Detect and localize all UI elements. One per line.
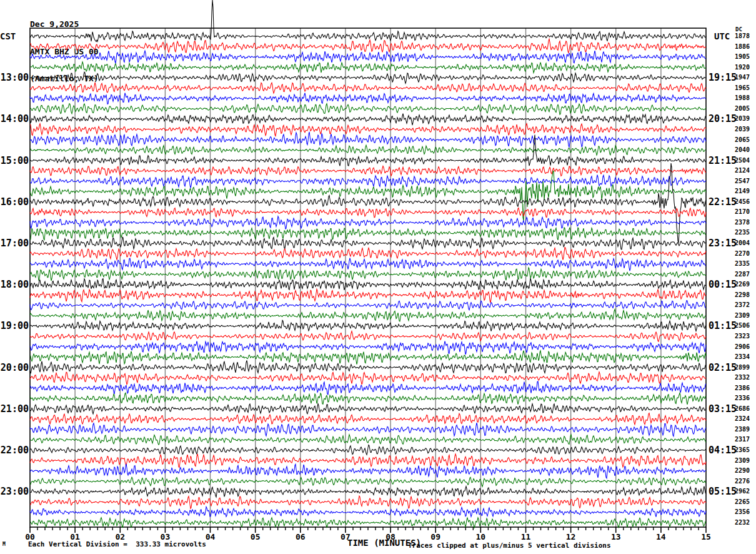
dc-value-row-18:15: 2298 <box>735 291 750 298</box>
minute-tick-label-13: 13 <box>606 532 626 541</box>
seismogram-trace-row-17:00 <box>30 237 706 249</box>
dc-value-row-22:00: 2365 <box>735 446 750 453</box>
seismogram-trace-row-20:15 <box>30 372 706 385</box>
dc-value-row-23:00: 2962 <box>735 488 750 495</box>
cst-hour-label-15:00: 15:00 <box>0 156 29 166</box>
seismogram-trace-row-20:30 <box>30 381 706 395</box>
dc-value-row-14:30: 2065 <box>735 136 750 143</box>
utc-hour-label-02:15: 02:15 <box>709 363 737 373</box>
seismogram-trace-row-20:00 <box>30 360 706 373</box>
seismogram-trace-row-17:15 <box>30 248 706 260</box>
dc-value-row-15:00: 2504 <box>735 157 750 164</box>
plot-border <box>30 28 706 527</box>
seismogram-trace-row-15:15 <box>30 166 706 176</box>
dc-value-row-15:15: 2124 <box>735 167 750 174</box>
seismogram-trace-row-18:45 <box>30 310 706 321</box>
dc-value-row-17:45: 2287 <box>735 271 750 278</box>
seismogram-trace-row-13:30 <box>30 93 706 104</box>
seismogram-trace-row-22:30 <box>30 464 706 478</box>
dc-value-row-21:30: 2389 <box>735 426 750 433</box>
dc-value-row-17:00: 2004 <box>735 239 750 246</box>
seismogram-trace-row-21:00 <box>30 404 706 414</box>
dc-value-row-16:00: 2456 <box>735 198 750 205</box>
dc-value-row-15:45: 2149 <box>735 188 750 194</box>
seismogram-trace-row-15:45 <box>30 171 706 221</box>
minute-tick-label-05: 05 <box>246 532 266 541</box>
dc-value-row-15:30: 2547 <box>735 178 750 184</box>
utc-hour-label-04:15: 04:15 <box>709 445 737 455</box>
seismogram-trace-row-14:00 <box>30 114 706 126</box>
utc-hour-label-01:15: 01:15 <box>709 321 737 331</box>
seismogram-trace-row-16:30 <box>30 216 706 229</box>
seismogram-trace-row-12:45 <box>30 62 706 73</box>
seismogram-trace-row-16:45 <box>30 228 706 240</box>
seismogram-trace-row-16:00 <box>30 163 706 243</box>
dc-value-row-23:30: 2356 <box>735 508 750 515</box>
dc-value-row-18:45: 2309 <box>735 312 750 319</box>
utc-hour-label-22:15: 22:15 <box>709 197 737 207</box>
utc-hour-label-03:15: 03:15 <box>709 404 737 414</box>
minute-tick-label-11: 11 <box>515 532 535 541</box>
dc-value-row-13:00: 1947 <box>735 74 750 81</box>
clip-note: Traces clipped at plus/minus 5 vertical … <box>408 541 611 550</box>
dc-value-row-12:30: 1905 <box>735 53 750 60</box>
seismogram-trace-row-21:45 <box>30 435 706 445</box>
dc-value-row-16:30: 2378 <box>735 219 750 226</box>
dc-value-row-19:00: 2506 <box>735 322 750 329</box>
dc-value-row-12:45: 1920 <box>735 64 750 71</box>
minute-tick-label-12: 12 <box>561 532 581 541</box>
dc-value-row-20:00: 2899 <box>735 364 750 371</box>
cst-hour-label-13:00: 13:00 <box>0 73 29 83</box>
dc-value-row-21:15: 2324 <box>735 415 750 422</box>
seismogram-trace-row-12:00 <box>30 0 706 42</box>
dc-value-row-18:00: 2269 <box>735 281 750 288</box>
minute-tick-label-09: 09 <box>425 532 445 541</box>
dc-value-row-13:30: 1988 <box>735 94 750 101</box>
seismogram-trace-row-19:15 <box>30 331 706 342</box>
helicorder-page: Dec 9,2025 AMTX BHZ US 00 (Amarillo, TX)… <box>0 0 756 554</box>
utc-hour-label-00:15: 00:15 <box>709 280 737 290</box>
dc-value-row-19:15: 2323 <box>735 333 750 340</box>
cst-hour-label-14:00: 14:00 <box>0 114 29 124</box>
cst-hour-label-18:00: 18:00 <box>0 280 29 290</box>
dc-value-row-16:15: 2170 <box>735 208 750 215</box>
seismogram-trace-row-22:45 <box>30 477 706 486</box>
seismogram-plot <box>0 0 756 554</box>
dc-value-row-14:15: 2039 <box>735 126 750 133</box>
dc-value-row-21:00: 2686 <box>735 405 750 412</box>
scale-note: Each Vertical Division = 333.33 microvol… <box>28 540 206 548</box>
utc-hour-label-23:15: 23:15 <box>709 238 737 248</box>
minute-tick-label-06: 06 <box>291 532 311 541</box>
dc-value-row-22:45: 2276 <box>735 478 750 485</box>
cst-hour-label-16:00: 16:00 <box>0 197 29 207</box>
cst-hour-label-22:00: 22:00 <box>0 445 29 455</box>
dc-value-row-13:45: 2005 <box>735 105 750 112</box>
cst-hour-label-19:00: 19:00 <box>0 321 29 331</box>
seismogram-trace-row-14:30 <box>30 132 706 147</box>
seismogram-trace-row-19:45 <box>30 351 706 365</box>
seismogram-trace-row-23:15 <box>30 496 706 508</box>
cst-hour-label-20:00: 20:00 <box>0 363 29 373</box>
seismogram-trace-row-22:00 <box>30 445 706 455</box>
utc-hour-label-19:15: 19:15 <box>709 73 737 83</box>
seismogram-trace-row-22:15 <box>30 454 706 468</box>
seismogram-trace-row-23:30 <box>30 506 706 516</box>
seismogram-trace-row-21:30 <box>30 423 706 436</box>
dc-value-row-14:45: 2040 <box>735 146 750 153</box>
seismogram-trace-row-17:30 <box>30 258 706 271</box>
minute-tick-label-15: 15 <box>696 532 716 541</box>
dc-value-row-17:15: 2270 <box>735 250 750 257</box>
seismogram-trace-row-13:45 <box>30 104 706 114</box>
dc-value-row-12:15: 1886 <box>735 43 750 50</box>
seismogram-trace-row-18:15 <box>30 289 706 303</box>
utc-hour-label-05:15: 05:15 <box>709 486 737 496</box>
seismogram-trace-row-23:00 <box>30 486 706 497</box>
seismogram-trace-row-20:45 <box>30 393 706 405</box>
seismogram-trace-row-19:00 <box>30 320 706 331</box>
seismogram-trace-row-13:00 <box>30 72 706 83</box>
cst-hour-label-21:00: 21:00 <box>0 404 29 414</box>
dc-value-row-19:45: 2334 <box>735 353 750 360</box>
dc-value-row-20:45: 2336 <box>735 395 750 401</box>
dc-value-row-16:45: 2235 <box>735 229 750 236</box>
cst-hour-label-17:00: 17:00 <box>0 238 29 248</box>
